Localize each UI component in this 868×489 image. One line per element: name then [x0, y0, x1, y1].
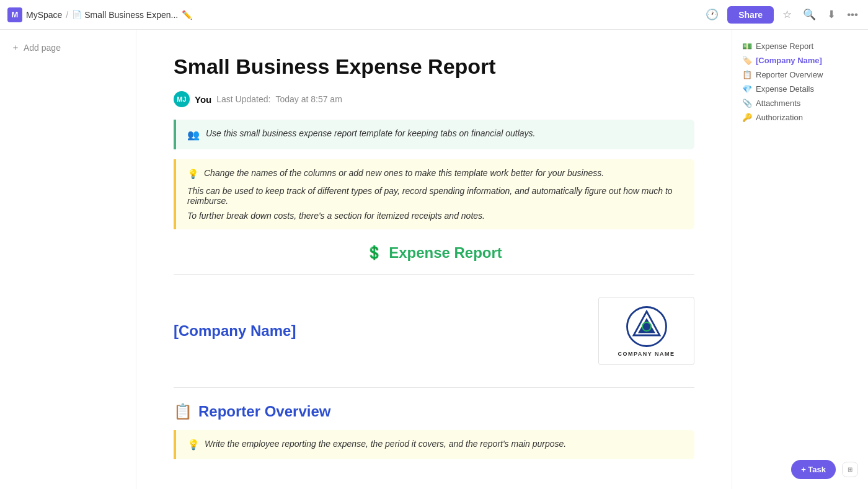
more-icon[interactable]: •••	[844, 6, 861, 24]
breadcrumb-edit-button[interactable]: ✏️	[182, 10, 192, 20]
avatar: MJ	[174, 91, 190, 107]
task-button[interactable]: + Task	[791, 460, 836, 479]
yellow-callout-1: Change the names of the columns or add n…	[204, 168, 604, 178]
green-callout: 👥 Use this small business expense report…	[174, 120, 694, 149]
company-logo-box: COMPANY NAME	[598, 297, 694, 365]
tip-row: 💡 Change the names of the columns or add…	[187, 168, 683, 180]
topnav-right: 🕐 Share ☆ 🔍 ⬇ •••	[703, 6, 861, 24]
left-sidebar: ＋ Add page	[0, 30, 136, 489]
breadcrumb-doc: 📄 Small Business Expen...	[72, 10, 178, 20]
breadcrumb: M MySpace / 📄 Small Business Expen... ✏️	[7, 7, 703, 22]
reporter-tip-text: Write the employee reporting the expense…	[205, 439, 566, 449]
reporter-bulb-icon: 💡	[187, 439, 200, 451]
company-logo-text: COMPANY NAME	[618, 351, 675, 357]
main-layout: ＋ Add page Small Business Expense Report…	[0, 30, 868, 489]
toc: 💵Expense Report🏷️[Company Name]📋Reporter…	[740, 40, 861, 124]
right-sidebar: 💵Expense Report🏷️[Company Name]📋Reporter…	[732, 30, 868, 489]
reporter-heading-text: Reporter Overview	[198, 403, 330, 420]
toc-label-1: [Company Name]	[756, 56, 822, 65]
grid-icon: ⊞	[848, 466, 852, 473]
breadcrumb-separator: /	[66, 10, 68, 20]
toc-item-4[interactable]: 📎Attachments	[740, 97, 861, 110]
divider-2	[174, 387, 694, 388]
last-updated-value: Today at 8:57 am	[275, 94, 342, 104]
workspace-name[interactable]: MySpace	[26, 10, 62, 20]
yellow-callout-2: This can be used to keep track of differ…	[187, 186, 683, 206]
workspace-icon[interactable]: M	[7, 7, 22, 22]
expense-report-heading: 💲 Expense Report	[174, 244, 694, 262]
search-icon[interactable]: 🔍	[800, 6, 818, 24]
add-page-button[interactable]: ＋ Add page	[7, 40, 64, 56]
share-button[interactable]: Share	[727, 6, 774, 24]
grid-view-button[interactable]: ⊞	[842, 462, 858, 477]
toc-item-2[interactable]: 📋Reporter Overview	[740, 68, 861, 81]
toc-label-4: Attachments	[756, 99, 800, 108]
company-name-placeholder[interactable]: [Company Name]	[174, 322, 296, 340]
toc-label-0: Expense Report	[756, 42, 813, 51]
download-icon[interactable]: ⬇	[825, 6, 838, 24]
yellow-callout-3: To further break down costs, there's a s…	[187, 211, 683, 221]
toc-item-5[interactable]: 🔑Authorization	[740, 111, 861, 124]
toc-icon-3: 💎	[742, 84, 752, 94]
add-page-label: Add page	[24, 43, 61, 53]
reporter-heading: 📋 Reporter Overview	[174, 403, 694, 420]
plus-icon: ＋	[11, 42, 20, 53]
bulb-icon: 💡	[187, 169, 199, 180]
author-name: You	[195, 94, 211, 105]
toc-icon-0: 💵	[742, 42, 752, 51]
yellow-callout: 💡 Change the names of the columns or add…	[174, 159, 694, 229]
toc-icon-2: 📋	[742, 70, 752, 79]
history-icon[interactable]: 🕐	[703, 6, 721, 24]
doc-title[interactable]: Small Business Expen...	[84, 10, 178, 20]
reporter-tip: 💡 Write the employee reporting the expen…	[174, 430, 694, 459]
company-section: [Company Name] COMPANY NAME	[174, 284, 694, 377]
top-navigation: M MySpace / 📄 Small Business Expen... ✏️…	[0, 0, 868, 30]
toc-item-0[interactable]: 💵Expense Report	[740, 40, 861, 53]
reporter-icon: 📋	[174, 403, 192, 420]
green-callout-text: Use this small business expense report t…	[206, 128, 536, 138]
toc-item-1[interactable]: 🏷️[Company Name]	[740, 54, 861, 67]
expense-heading-text: Expense Report	[389, 244, 502, 262]
toc-icon-1: 🏷️	[742, 56, 752, 65]
author-row: MJ You Last Updated: Today at 8:57 am	[174, 91, 694, 107]
last-updated-label: Last Updated:	[216, 94, 270, 104]
toc-label-2: Reporter Overview	[756, 70, 823, 79]
page-title: Small Business Expense Report	[174, 55, 694, 79]
star-icon[interactable]: ☆	[780, 6, 794, 24]
divider-1	[174, 274, 694, 275]
company-logo-svg	[625, 305, 668, 348]
toc-label-5: Authorization	[756, 113, 803, 122]
doc-icon: 📄	[72, 10, 82, 19]
dollar-icon: 💲	[366, 245, 383, 261]
people-icon: 👥	[187, 129, 200, 141]
main-content: Small Business Expense Report MJ You Las…	[136, 30, 732, 489]
bottom-bar: + Task ⊞	[791, 460, 858, 479]
toc-icon-5: 🔑	[742, 113, 752, 122]
toc-label-3: Expense Details	[756, 84, 814, 94]
toc-item-3[interactable]: 💎Expense Details	[740, 82, 861, 95]
toc-icon-4: 📎	[742, 99, 752, 108]
